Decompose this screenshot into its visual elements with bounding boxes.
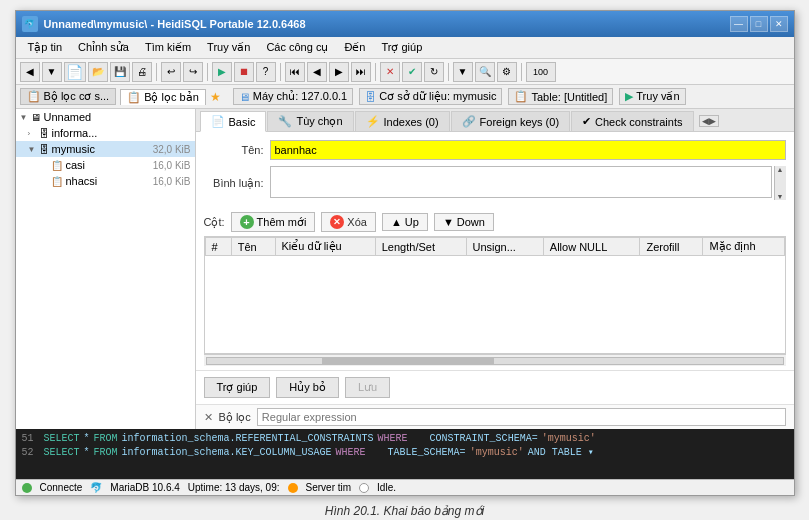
toolbar-btn-refresh[interactable]: ↻ [424,62,444,82]
toolbar-btn-prev[interactable]: ⏮ [285,62,305,82]
menu-bar: Tập tin Chỉnh sửa Tìm kiếm Truy vấn Các … [16,37,794,59]
query-num-52: 52 [22,446,40,460]
col-header-num: # [205,238,231,256]
main-content: ▼ 🖥 Unnamed › 🗄 informa... ▼ 🗄 mymusic 3… [16,109,794,429]
filter-tab-table-icon: 📋 [127,91,141,104]
toolbar-btn-next2[interactable]: ▶ [329,62,349,82]
favorite-star[interactable]: ★ [210,90,221,104]
up-icon: ▲ [391,216,402,228]
tab-checkconstraints[interactable]: ✔ Check constraints [571,111,693,131]
columns-table: # Tên Kiểu dữ liệu Length/Set Unsign... … [204,236,786,354]
menu-truuvan[interactable]: Truy vấn [199,39,258,56]
close-button[interactable]: ✕ [770,16,788,32]
toolbar-btn-check[interactable]: ✔ [402,62,422,82]
toolbar-btn-redo[interactable]: ↪ [183,62,203,82]
query-where-51: WHERE [378,432,408,446]
toolbar-btn-run[interactable]: ▶ [212,62,232,82]
delete-column-button[interactable]: ✕ Xóa [321,212,376,232]
save-button[interactable]: Lưu [345,377,390,398]
toolbar-btn-x[interactable]: ✕ [380,62,400,82]
toolbar-btn-stop[interactable]: ⏹ [234,62,254,82]
toolbar: ◀ ▼ 📄 📂 💾 🖨 ↩ ↪ ▶ ⏹ ? ⏮ ◀ ▶ ⏭ ✕ ✔ ↻ ▼ 🔍 … [16,59,794,85]
tree-label-nhacsi: nhacsi [66,175,150,187]
query-constraint-51: CONSTRAINT_SCHEMA= [412,432,538,446]
up-column-button[interactable]: ▲ Up [382,213,428,231]
db-info-icon: 🐬 [90,482,102,493]
toolbar-btn-1[interactable]: ◀ [20,62,40,82]
table-tree-icon-nhacsi: 📋 [51,176,63,187]
toolbar-btn-print[interactable]: 🖨 [132,62,152,82]
title-bar-left: 🐬 Unnamed\mymusic\ - HeidiSQL Portable 1… [22,16,306,32]
filter-tab-server[interactable]: 📋 Bộ lọc cơ s... [20,88,117,105]
menu-timkiem[interactable]: Tìm kiếm [137,39,199,56]
toolbar-btn-search[interactable]: 🔍 [475,62,495,82]
filter-tab-table-label: Bộ lọc bản [144,91,199,104]
tab-foreignkeys[interactable]: 🔗 Foreign keys (0) [451,111,570,131]
toolbar-btn-2[interactable]: ▼ [42,62,62,82]
tab-scroll-arrow[interactable]: ◀▶ [699,115,719,127]
query-star-51: * [84,432,90,446]
help-button[interactable]: Trợ giúp [204,377,271,398]
table-scrollbar[interactable] [204,354,786,366]
add-column-button[interactable]: + Thêm mới [231,212,316,232]
tree-item-nhacsi[interactable]: 📋 nhacsi 16,0 KiB [16,173,195,189]
separator-4 [375,63,376,81]
server-tree-icon: 🖥 [31,112,41,123]
scroll-down-arrow[interactable]: ▼ [775,193,786,200]
menu-trogiup[interactable]: Trợ giúp [373,39,430,56]
name-input[interactable] [270,140,786,160]
query-chip[interactable]: ▶ Truy vấn [619,88,685,105]
filter-close-icon[interactable]: ✕ [204,411,213,424]
add-btn-label: Thêm mới [257,216,307,229]
tree-item-mymusic[interactable]: ▼ 🗄 mymusic 32,0 KiB [16,141,195,157]
filter-input[interactable] [257,408,786,426]
down-icon: ▼ [443,216,454,228]
menu-chinhdua[interactable]: Chỉnh sửa [70,39,137,56]
columns-toolbar: Cột: + Thêm mới ✕ Xóa ▲ Up ▼ [204,212,786,232]
toolbar-btn-save[interactable]: 💾 [110,62,130,82]
tab-tuychon[interactable]: 🔧 Tùy chọn [267,111,353,131]
col-header-allownull: Allow NULL [543,238,640,256]
tab-indexes[interactable]: ⚡ Indexes (0) [355,111,450,131]
tree-label-mymusic: mymusic [52,143,150,155]
toolbar-btn-undo[interactable]: ↩ [161,62,181,82]
db-tree-icon-informa: 🗄 [39,128,49,139]
toolbar-btn-prev2[interactable]: ◀ [307,62,327,82]
menu-den[interactable]: Đến [336,39,373,56]
query-where-52: WHERE [336,446,366,460]
filter-tab-table[interactable]: 📋 Bộ lọc bản [120,89,206,105]
toolbar-btn-help[interactable]: ? [256,62,276,82]
minimize-button[interactable]: — [730,16,748,32]
tree-size-nhacsi: 16,0 KiB [153,176,191,187]
textarea-scrollbar[interactable]: ▲ ▼ [774,166,786,200]
cancel-button[interactable]: Hủy bỏ [276,377,339,398]
server-time-dot [288,483,298,493]
toolbar-btn-open[interactable]: 📂 [88,62,108,82]
toolbar-btn-next[interactable]: ⏭ [351,62,371,82]
tree-arrow-informa: › [28,129,36,138]
maximize-button[interactable]: □ [750,16,768,32]
columns-data-table: # Tên Kiểu dữ liệu Length/Set Unsign... … [205,237,785,256]
toolbar-btn-100[interactable]: 100 [526,62,556,82]
toolbar-btn-settings[interactable]: ⚙ [497,62,517,82]
idle-label: Idle. [377,482,396,493]
tree-item-casi[interactable]: 📋 casi 16,0 KiB [16,157,195,173]
query-select-52: SELECT [44,446,80,460]
tab-basic[interactable]: 📄 Basic [200,111,267,132]
filter-tab-bar: 📋 Bộ lọc cơ s... 📋 Bộ lọc bản ★ 🖥 Máy ch… [16,85,794,109]
query-log: 51 SELECT * FROM information_schema.REFE… [16,429,794,479]
comment-input[interactable] [270,166,772,198]
menu-taptin[interactable]: Tập tin [20,39,71,56]
toolbar-btn-new[interactable]: 📄 [64,62,86,82]
tab-foreignkeys-label: Foreign keys (0) [480,116,559,128]
tree-item-unnamed[interactable]: ▼ 🖥 Unnamed [16,109,195,125]
toolbar-btn-filter[interactable]: ▼ [453,62,473,82]
tree-item-informa[interactable]: › 🗄 informa... [16,125,195,141]
separator-6 [521,63,522,81]
menu-caccongu[interactable]: Các công cụ [258,39,336,56]
scroll-thumb [322,358,495,364]
scroll-up-arrow[interactable]: ▲ [775,166,786,173]
down-column-button[interactable]: ▼ Down [434,213,494,231]
query-star-52: * [84,446,90,460]
scroll-track[interactable] [206,357,784,365]
